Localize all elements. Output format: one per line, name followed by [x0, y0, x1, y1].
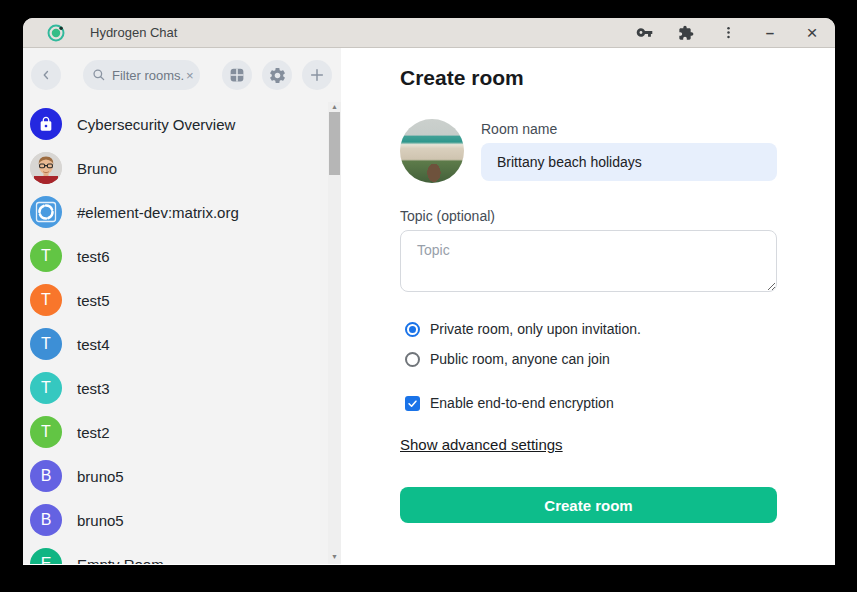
letter-avatar: B — [30, 460, 62, 492]
room-list-item[interactable]: Bbruno5 — [23, 498, 328, 542]
room-list-item[interactable]: Bruno — [23, 146, 328, 190]
room-name: test3 — [77, 380, 110, 397]
letter-avatar: T — [30, 372, 62, 404]
room-list-item[interactable]: Ttest2 — [23, 410, 328, 454]
key-icon[interactable] — [635, 24, 653, 42]
filter-rooms-field[interactable]: × — [83, 60, 200, 90]
minimize-button[interactable]: – — [761, 24, 779, 42]
room-list: Cybersecurity Overview Bruno #element-de… — [23, 102, 328, 564]
app-window: Hydrogen Chat – × — [23, 18, 835, 565]
privacy-options: Private room, only upon invitation. Publ… — [400, 314, 777, 374]
clear-filter-icon[interactable]: × — [186, 68, 194, 83]
room-name-input[interactable] — [481, 143, 777, 181]
chevron-left-icon — [39, 68, 53, 82]
scrollbar-thumb[interactable] — [329, 112, 340, 175]
filter-rooms-input[interactable] — [112, 68, 186, 83]
extensions-puzzle-icon[interactable] — [677, 24, 695, 42]
public-room-option[interactable]: Public room, anyone can join — [400, 344, 777, 374]
letter-avatar: B — [30, 504, 62, 536]
room-name: test2 — [77, 424, 110, 441]
page-title: Create room — [400, 65, 777, 91]
topic-label: Topic (optional) — [400, 208, 777, 224]
letter-avatar: T — [30, 328, 62, 360]
room-name: bruno5 — [77, 512, 124, 529]
room-name: test6 — [77, 248, 110, 265]
close-button[interactable]: × — [803, 24, 821, 42]
search-icon — [92, 68, 106, 82]
scroll-down-icon[interactable]: ▼ — [328, 552, 341, 562]
room-list-item[interactable]: Ttest6 — [23, 234, 328, 278]
room-name: Cybersecurity Overview — [77, 116, 235, 133]
room-list-item[interactable]: EEmpty Room — [23, 542, 328, 564]
hydrogen-logo-icon — [47, 24, 65, 42]
radio-label: Private room, only upon invitation. — [430, 321, 641, 337]
titlebar-actions: – × — [635, 24, 821, 42]
scroll-up-icon[interactable]: ▲ — [328, 102, 341, 112]
titlebar: Hydrogen Chat – × — [23, 18, 835, 48]
back-button[interactable] — [31, 60, 61, 90]
show-advanced-settings-link[interactable]: Show advanced settings — [400, 436, 563, 453]
radio-label: Public room, anyone can join — [430, 351, 610, 367]
add-room-button[interactable] — [302, 60, 332, 90]
topic-textarea[interactable] — [400, 230, 777, 292]
room-name-column: Room name — [481, 119, 777, 183]
room-name: test4 — [77, 336, 110, 353]
element-logo-avatar — [30, 196, 62, 228]
room-list-scrollbar[interactable]: ▲ ▼ — [328, 102, 341, 564]
room-avatar-photo[interactable] — [400, 119, 464, 183]
letter-avatar: T — [30, 284, 62, 316]
letter-avatar: E — [30, 548, 62, 564]
grid-view-button[interactable] — [222, 60, 252, 90]
room-list-item[interactable]: Ttest5 — [23, 278, 328, 322]
app-body: × Cybersecurity Overview — [23, 48, 835, 564]
create-room-button[interactable]: Create room — [400, 487, 777, 523]
gear-icon — [268, 66, 287, 85]
lock-avatar-icon — [30, 108, 62, 140]
letter-avatar: T — [30, 240, 62, 272]
plus-icon — [309, 67, 325, 83]
sidebar-header: × — [23, 48, 341, 102]
room-name-row: Room name — [400, 119, 777, 183]
room-name: Bruno — [77, 160, 117, 177]
create-room-panel: Create room Room name Topic (optional) P… — [341, 48, 835, 564]
radio-button[interactable] — [405, 352, 420, 367]
room-name: test5 — [77, 292, 110, 309]
encryption-checkbox[interactable] — [405, 396, 420, 411]
room-list-item[interactable]: Cybersecurity Overview — [23, 102, 328, 146]
window-title: Hydrogen Chat — [90, 25, 177, 40]
grid-icon — [228, 66, 246, 84]
room-list-item[interactable]: Ttest3 — [23, 366, 328, 410]
room-name: bruno5 — [77, 468, 124, 485]
sidebar: × Cybersecurity Overview — [23, 48, 341, 564]
check-icon — [407, 398, 418, 409]
room-name: Empty Room — [77, 556, 164, 565]
person-photo-avatar — [30, 152, 62, 184]
encryption-label: Enable end-to-end encryption — [430, 395, 614, 411]
room-list-item[interactable]: Bbruno5 — [23, 454, 328, 498]
room-list-item[interactable]: #element-dev:matrix.org — [23, 190, 328, 234]
kebab-menu-icon[interactable] — [719, 24, 737, 42]
room-list-item[interactable]: Ttest4 — [23, 322, 328, 366]
settings-button[interactable] — [262, 60, 292, 90]
room-name-label: Room name — [481, 121, 777, 137]
private-room-option[interactable]: Private room, only upon invitation. — [400, 314, 777, 344]
letter-avatar: T — [30, 416, 62, 448]
radio-button[interactable] — [405, 322, 420, 337]
room-name: #element-dev:matrix.org — [77, 204, 239, 221]
encryption-option[interactable]: Enable end-to-end encryption — [400, 388, 777, 418]
